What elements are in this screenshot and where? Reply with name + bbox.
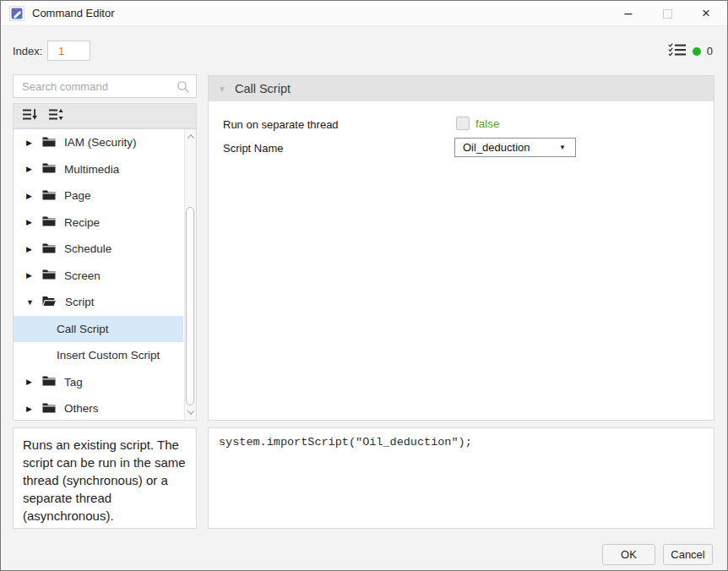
separate-thread-label: Run on separate thread	[223, 118, 339, 131]
chevron-down-icon[interactable]: ▼	[26, 298, 36, 307]
validation-count: 0	[707, 45, 713, 57]
status-dot-icon	[693, 47, 701, 56]
tree-item-script[interactable]: ▼Script	[14, 289, 183, 316]
separate-thread-value: false	[475, 117, 500, 130]
tree-item-insert-custom-script[interactable]: Insert Custom Script	[14, 342, 183, 369]
tree-item-label: Tag	[64, 376, 83, 389]
search-box	[13, 74, 197, 98]
folder-closed-icon	[42, 136, 56, 150]
tree-item-call-script[interactable]: Call Script	[14, 316, 183, 343]
folder-closed-icon	[42, 189, 56, 203]
chevron-right-icon[interactable]: ▶	[26, 192, 36, 200]
chevron-down-icon: ▼	[559, 144, 566, 151]
index-input[interactable]	[47, 41, 90, 61]
cancel-button[interactable]: Cancel	[663, 544, 713, 565]
tree-item-label: Script	[65, 296, 95, 308]
tree-item-schedule[interactable]: ▶Schedule	[14, 236, 183, 263]
chevron-right-icon[interactable]: ▶	[26, 245, 36, 253]
folder-closed-icon	[42, 269, 56, 282]
command-editor-window: Command Editor – × Index: 0	[0, 0, 728, 571]
tree-item-label: Screen	[64, 269, 101, 282]
close-icon: ×	[702, 5, 710, 22]
scrollbar-thumb[interactable]	[186, 207, 194, 405]
tree-toolbar	[13, 103, 197, 128]
tree-item-page[interactable]: ▶Page	[14, 182, 183, 209]
folder-closed-icon	[42, 242, 56, 256]
title-bar: Command Editor – ×	[1, 1, 727, 26]
tree-item-label: Others	[64, 402, 99, 415]
collapse-all-button[interactable]	[22, 108, 39, 123]
tree-item-label: IAM (Security)	[64, 136, 137, 149]
tree-item-label: Call Script	[57, 323, 109, 335]
index-label: Index:	[13, 45, 42, 57]
tree-item-label: Insert Custom Script	[57, 349, 160, 362]
expand-all-button[interactable]	[48, 108, 65, 123]
tree-item-recipe[interactable]: ▶Recipe	[14, 209, 183, 237]
ok-button[interactable]: OK	[602, 544, 655, 565]
folder-open-icon	[42, 296, 57, 309]
command-tree: ▶IAM (Security)▶Multimedia▶Page▶Recipe▶S…	[13, 128, 197, 421]
window-title: Command Editor	[32, 7, 115, 19]
window-controls: – ×	[616, 1, 719, 26]
tree-item-label: Multimedia	[64, 163, 119, 176]
search-icon	[177, 80, 190, 97]
editor-panel: ▼ Call Script Run on separate thread fal…	[208, 75, 714, 421]
editor-title: Call Script	[235, 82, 291, 95]
collapse-all-icon	[23, 108, 38, 123]
tree-item-others[interactable]: ▶Others	[14, 395, 183, 421]
chevron-right-icon[interactable]: ▶	[26, 378, 36, 386]
script-name-label: Script Name	[223, 142, 284, 155]
separate-thread-checkbox[interactable]	[456, 117, 470, 130]
validation-status: 0	[668, 42, 713, 60]
minimize-button[interactable]: –	[616, 2, 641, 25]
chevron-right-icon[interactable]: ▶	[26, 271, 36, 280]
tree-item-screen[interactable]: ▶Screen	[14, 263, 183, 290]
tree-scrollbar[interactable]	[184, 129, 196, 420]
chevron-right-icon[interactable]: ▶	[26, 218, 36, 226]
validation-list-icon[interactable]	[668, 42, 687, 60]
tree-item-label: Schedule	[64, 242, 111, 255]
folder-closed-icon	[42, 162, 56, 176]
app-logo-icon	[9, 6, 24, 21]
folder-closed-icon	[42, 215, 56, 229]
tree-item-label: Recipe	[64, 216, 100, 229]
tree-item-label: Page	[64, 189, 91, 202]
editor-header[interactable]: ▼ Call Script	[209, 76, 714, 101]
chevron-right-icon[interactable]: ▶	[26, 165, 36, 173]
maximize-button[interactable]	[655, 2, 680, 25]
script-name-value: Oil_deduction	[463, 141, 530, 154]
folder-closed-icon	[42, 402, 56, 416]
code-preview-panel: system.importScript("Oil_deduction");	[208, 427, 714, 529]
maximize-icon	[663, 9, 672, 19]
script-name-dropdown[interactable]: Oil_deduction ▼	[454, 138, 576, 157]
tree-item-iam-security[interactable]: ▶IAM (Security)	[14, 129, 183, 156]
chevron-right-icon[interactable]: ▶	[26, 139, 36, 147]
expand-all-icon	[49, 108, 64, 123]
tree-item-tag[interactable]: ▶Tag	[14, 369, 183, 396]
command-description: Runs an existing script. The script can …	[23, 436, 187, 525]
search-input[interactable]	[14, 75, 196, 97]
tree-item-multimedia[interactable]: ▶Multimedia	[14, 156, 183, 183]
description-panel: Runs an existing script. The script can …	[13, 427, 197, 529]
scroll-up-icon[interactable]	[185, 131, 196, 143]
folder-closed-icon	[42, 375, 56, 389]
chevron-right-icon[interactable]: ▶	[26, 405, 36, 413]
scroll-down-icon[interactable]	[185, 406, 196, 418]
generated-code: system.importScript("Oil_deduction");	[219, 436, 704, 449]
minimize-icon: –	[625, 9, 633, 18]
close-button[interactable]: ×	[693, 2, 719, 25]
collapse-section-icon[interactable]: ▼	[218, 84, 226, 94]
